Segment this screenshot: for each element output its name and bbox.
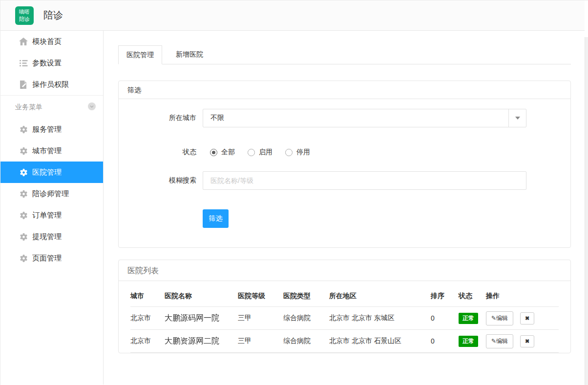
col-header-operation: 操作 xyxy=(486,281,559,307)
caret-down-icon xyxy=(515,117,520,120)
filter-card: 筛选 所在城市 不限 状态 xyxy=(118,81,571,248)
pencil-icon: ✎ xyxy=(491,315,496,322)
status-badge: 正常 xyxy=(459,336,478,347)
sidebar-item-service-mgmt[interactable]: 服务管理 xyxy=(0,119,103,140)
filter-card-title: 筛选 xyxy=(119,81,570,99)
sidebar-item-param-settings[interactable]: 参数设置 xyxy=(0,52,103,74)
cell-grade: 三甲 xyxy=(238,307,283,330)
cell-hospital-name: 大鹏源码网一院 xyxy=(165,314,219,322)
top-header: 嘀嗒 陪诊 陪诊 xyxy=(0,0,588,31)
gear-icon xyxy=(19,146,28,155)
hospital-list-title: 医院列表 xyxy=(119,260,570,281)
sidebar-item-operator-permissions[interactable]: 操作员权限 xyxy=(0,74,103,95)
col-header-city: 城市 xyxy=(130,281,165,307)
city-select[interactable]: 不限 xyxy=(203,109,526,127)
gear-icon xyxy=(19,189,28,198)
cell-city: 北京市 xyxy=(130,330,165,353)
sidebar-item-label: 模块首页 xyxy=(32,37,62,46)
radio-unselected-icon[interactable] xyxy=(248,149,255,156)
sidebar: 模块首页 参数设置 xyxy=(0,31,104,385)
city-select-caret-button[interactable] xyxy=(508,109,526,127)
cell-type: 综合病院 xyxy=(283,330,329,353)
page-title: 陪诊 xyxy=(43,9,63,22)
radio-label: 停用 xyxy=(296,148,310,157)
table-header-row: 城市 医院名称 医院等级 医院类型 所在地区 排序 状态 操作 xyxy=(130,281,559,307)
delete-button[interactable]: ✖ xyxy=(520,335,534,347)
status-radio-group: 全部 启用 停用 xyxy=(203,148,323,157)
radio-label: 启用 xyxy=(259,148,273,157)
delete-button[interactable]: ✖ xyxy=(520,312,534,324)
chevron-down-circle-icon xyxy=(88,102,96,112)
city-label: 所在城市 xyxy=(130,114,196,122)
sidebar-item-label: 医院管理 xyxy=(32,168,62,177)
gear-icon xyxy=(19,254,28,263)
col-header-grade: 医院等级 xyxy=(238,281,283,307)
edit-button[interactable]: ✎编辑 xyxy=(486,334,513,348)
status-badge: 正常 xyxy=(459,313,478,324)
sidebar-item-city-mgmt[interactable]: 城市管理 xyxy=(0,140,103,162)
app-logo: 嘀嗒 陪诊 xyxy=(15,6,34,25)
main-content: 医院管理 新增医院 筛选 所在城市 不限 xyxy=(104,31,588,385)
tab-hospital-mgmt[interactable]: 医院管理 xyxy=(118,45,162,64)
sidebar-section-business-menu[interactable]: 业务菜单 xyxy=(0,95,103,119)
cell-grade: 三甲 xyxy=(238,330,283,353)
edit-button-label: 编辑 xyxy=(496,338,508,344)
sidebar-item-label: 城市管理 xyxy=(32,146,62,156)
sidebar-item-label: 提现管理 xyxy=(32,232,62,242)
sidebar-item-withdraw-mgmt[interactable]: 提现管理 xyxy=(0,226,103,247)
document-edit-icon xyxy=(19,80,28,89)
cell-area: 北京市 北京市 东城区 xyxy=(329,307,431,330)
filter-submit-button[interactable]: 筛选 xyxy=(203,209,229,228)
table-row: 北京市 大鹏源码网一院 三甲 综合病院 北京市 北京市 东城区 0 正常 ✎编辑… xyxy=(130,307,559,330)
status-radio-disabled[interactable]: 停用 xyxy=(285,148,310,157)
edit-button[interactable]: ✎编辑 xyxy=(486,311,513,325)
close-icon: ✖ xyxy=(525,315,529,321)
sidebar-item-label: 操作员权限 xyxy=(32,80,69,89)
col-header-name: 医院名称 xyxy=(165,281,238,307)
admin-page: 嘀嗒 陪诊 陪诊 模块首页 参数设置 xyxy=(0,0,588,385)
cell-area: 北京市 北京市 石景山区 xyxy=(329,330,431,353)
logo-text-line1: 嘀嗒 xyxy=(19,8,30,16)
col-header-sort: 排序 xyxy=(431,281,459,307)
edit-button-label: 编辑 xyxy=(496,315,508,322)
cell-type: 综合病院 xyxy=(283,307,329,330)
pencil-icon: ✎ xyxy=(491,338,496,344)
city-select-value: 不限 xyxy=(203,114,508,122)
scrollbar-thumb[interactable] xyxy=(585,37,588,385)
sidebar-item-page-mgmt[interactable]: 页面管理 xyxy=(0,247,103,269)
settings-list-icon xyxy=(19,59,28,67)
logo-text-line2: 陪诊 xyxy=(19,16,30,23)
col-header-status: 状态 xyxy=(459,281,486,307)
gear-icon xyxy=(19,211,28,220)
sidebar-item-hospital-mgmt[interactable]: 医院管理 xyxy=(0,162,103,183)
radio-selected-icon[interactable] xyxy=(210,149,217,156)
sidebar-item-label: 订单管理 xyxy=(32,211,62,220)
cell-hospital-name: 大鹏资源网二院 xyxy=(165,337,219,345)
radio-unselected-icon[interactable] xyxy=(285,149,293,156)
cell-city: 北京市 xyxy=(130,307,165,330)
fuzzy-search-input[interactable] xyxy=(203,171,526,190)
cell-sort: 0 xyxy=(431,307,459,330)
home-icon xyxy=(19,37,28,46)
sidebar-item-module-home[interactable]: 模块首页 xyxy=(0,31,103,52)
col-header-type: 医院类型 xyxy=(283,281,329,307)
gear-icon xyxy=(19,125,28,134)
status-label: 状态 xyxy=(130,148,196,157)
tab-add-hospital[interactable]: 新增医院 xyxy=(162,45,217,64)
tab-bar: 医院管理 新增医院 xyxy=(118,45,571,64)
cell-sort: 0 xyxy=(431,330,459,353)
gear-icon xyxy=(19,168,28,177)
col-header-area: 所在地区 xyxy=(329,281,431,307)
sidebar-item-order-mgmt[interactable]: 订单管理 xyxy=(0,204,103,226)
hospital-table: 城市 医院名称 医院等级 医院类型 所在地区 排序 状态 操作 xyxy=(130,281,559,353)
gear-icon xyxy=(19,232,28,241)
sidebar-item-label: 页面管理 xyxy=(32,254,62,263)
sidebar-item-label: 陪诊师管理 xyxy=(32,189,69,199)
sidebar-item-escort-mgmt[interactable]: 陪诊师管理 xyxy=(0,183,103,204)
status-radio-all[interactable]: 全部 xyxy=(210,148,235,157)
close-icon: ✖ xyxy=(525,338,529,344)
fuzzy-search-label: 模糊搜索 xyxy=(130,176,196,185)
sidebar-item-label: 服务管理 xyxy=(32,125,62,134)
status-radio-enabled[interactable]: 启用 xyxy=(248,148,273,157)
vertical-scrollbar[interactable] xyxy=(585,0,588,385)
